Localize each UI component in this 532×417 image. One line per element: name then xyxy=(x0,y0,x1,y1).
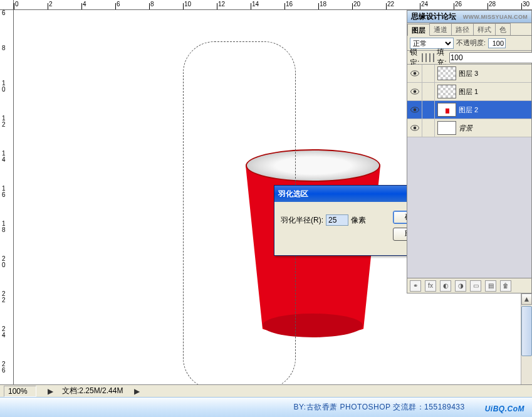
svg-point-3 xyxy=(413,90,416,93)
opacity-input[interactable] xyxy=(488,38,506,48)
panel-options-row1: 正常 不透明度: xyxy=(407,36,531,51)
scroll-up-icon[interactable]: ▲ xyxy=(521,293,532,305)
layer-thumbnail xyxy=(437,85,456,98)
tab-3[interactable]: 样式 xyxy=(473,23,496,35)
mask-icon[interactable]: ◐ xyxy=(440,280,451,292)
layer-row[interactable]: 图层 1 xyxy=(407,83,531,101)
panel-options-row2: 锁定: 填充: xyxy=(407,51,531,65)
ruler-h-label: 0 xyxy=(15,1,19,8)
opacity-label: 不透明度: xyxy=(456,38,486,48)
lock-trans-icon[interactable] xyxy=(422,53,423,62)
document-info: 文档:2.25M/2.44M xyxy=(62,386,123,396)
layers-list: 图层 3图层 1图层 2背景 xyxy=(407,65,531,278)
svg-point-5 xyxy=(413,108,416,112)
zoom-level[interactable]: 100% xyxy=(4,386,36,397)
fill-input[interactable] xyxy=(449,52,532,63)
ruler-h-label: 28 xyxy=(489,1,496,8)
trash-icon[interactable]: 🗑 xyxy=(500,280,511,292)
group-icon[interactable]: ▭ xyxy=(470,280,481,292)
status-bar: 100% ▶ 文档:2.25M/2.44M ▶ xyxy=(0,384,532,397)
layer-thumbnail xyxy=(437,103,456,117)
ruler-h-label: 30 xyxy=(523,1,529,8)
visibility-eye-icon[interactable] xyxy=(407,83,422,100)
ruler-h-label: 18 xyxy=(320,1,326,8)
ruler-v-label: 20 xyxy=(2,256,6,268)
tab-0[interactable]: 图层 xyxy=(407,24,430,36)
ruler-h-label: 2 xyxy=(49,1,53,8)
visibility-eye-icon[interactable] xyxy=(407,65,422,82)
layer-name: 图层 1 xyxy=(459,87,478,97)
layer-row[interactable]: 图层 3 xyxy=(407,65,531,83)
tab-1[interactable]: 通道 xyxy=(429,23,452,35)
ruler-h-label: 4 xyxy=(83,1,86,8)
panel-tabs: 图层通道路径样式色 xyxy=(407,23,531,36)
panel-watermark: WWW.MISSYUAN.COM xyxy=(463,14,528,20)
svg-point-1 xyxy=(413,72,416,75)
vertical-scrollbar[interactable]: ▲ xyxy=(521,293,532,384)
footer-logo: UiBQ.CoM xyxy=(485,400,524,414)
ruler-v-label: 16 xyxy=(2,186,6,198)
ruler-v-label: 14 xyxy=(2,150,6,163)
layer-thumbnail xyxy=(437,66,456,80)
ruler-corner xyxy=(0,0,14,10)
layer-link-cell[interactable] xyxy=(422,119,435,137)
ruler-h-label: 24 xyxy=(421,1,428,8)
layer-link-cell[interactable] xyxy=(422,83,435,100)
visibility-eye-icon[interactable] xyxy=(407,101,422,119)
new-layer-icon[interactable]: ▤ xyxy=(485,280,496,292)
ruler-v-label: 8 xyxy=(2,45,6,51)
ruler-v-label: 6 xyxy=(2,10,6,16)
ruler-h-label: 20 xyxy=(353,1,360,8)
ruler-h-label: 14 xyxy=(252,1,259,8)
ruler-h-label: 10 xyxy=(184,1,191,8)
scroll-thumb[interactable] xyxy=(521,306,532,356)
ruler-vertical: 68101214161820222426 xyxy=(0,10,14,384)
panel-bottom-toolbar: ⚭ fx ◐ ◑ ▭ ▤ 🗑 xyxy=(407,278,531,293)
radius-input[interactable] xyxy=(326,214,348,226)
layers-panel: 思缘设计论坛 WWW.MISSYUAN.COM 图层通道路径样式色 正常 不透明… xyxy=(407,10,532,293)
ruler-v-label: 12 xyxy=(2,115,6,128)
zoom-menu-icon[interactable]: ▶ xyxy=(48,387,53,396)
ruler-h-label: 16 xyxy=(286,1,293,8)
fx-icon[interactable]: fx xyxy=(425,280,436,292)
footer-credit: BY:古欲香萧 PHOTOSHOP 交流群：155189433 xyxy=(294,402,465,413)
ruler-v-label: 18 xyxy=(2,221,6,233)
layer-row[interactable]: 图层 2 xyxy=(407,101,531,119)
ruler-h-label: 22 xyxy=(387,1,394,8)
app-root: 024681012141618202224262830 681012141618… xyxy=(0,0,532,417)
docinfo-menu-icon[interactable]: ▶ xyxy=(134,387,140,396)
ruler-v-label: 26 xyxy=(2,361,6,374)
ruler-h-label: 12 xyxy=(218,1,225,8)
ruler-v-label: 10 xyxy=(2,80,6,93)
ruler-h-label: 8 xyxy=(150,1,154,8)
visibility-eye-icon[interactable] xyxy=(407,119,422,137)
svg-point-7 xyxy=(413,127,416,130)
layer-link-cell[interactable] xyxy=(422,65,435,82)
ruler-v-label: 22 xyxy=(2,291,6,304)
lock-paint-icon[interactable] xyxy=(425,53,427,62)
ruler-h-label: 26 xyxy=(455,1,462,8)
layer-link-cell[interactable] xyxy=(422,101,435,119)
ruler-h-label: 6 xyxy=(117,1,120,8)
ruler-v-label: 24 xyxy=(2,326,6,339)
link-layers-icon[interactable]: ⚭ xyxy=(410,280,421,292)
radius-unit: 像素 xyxy=(351,215,366,226)
layer-name: 图层 3 xyxy=(459,69,478,78)
panel-header: 思缘设计论坛 WWW.MISSYUAN.COM xyxy=(407,11,531,23)
tab-2[interactable]: 路径 xyxy=(451,23,474,35)
layer-row[interactable]: 背景 xyxy=(407,119,531,137)
layer-name: 背景 xyxy=(459,124,472,133)
layer-name: 图层 2 xyxy=(459,105,478,115)
lock-move-icon[interactable] xyxy=(429,53,430,62)
radius-label: 羽化半径(R): xyxy=(281,215,323,226)
dialog-title-text: 羽化选区 xyxy=(278,189,308,199)
adjustment-icon[interactable]: ◑ xyxy=(455,280,466,292)
radius-field-row: 羽化半径(R): 像素 xyxy=(281,211,366,226)
tab-4[interactable]: 色 xyxy=(495,23,511,35)
ruler-horizontal: 024681012141618202224262830 xyxy=(14,0,532,10)
footer-strip: BY:古欲香萧 PHOTOSHOP 交流群：155189433 UiBQ.CoM xyxy=(0,397,532,417)
lock-all-icon[interactable] xyxy=(433,53,434,62)
panel-header-text: 思缘设计论坛 xyxy=(411,11,456,22)
layer-thumbnail xyxy=(437,121,456,135)
